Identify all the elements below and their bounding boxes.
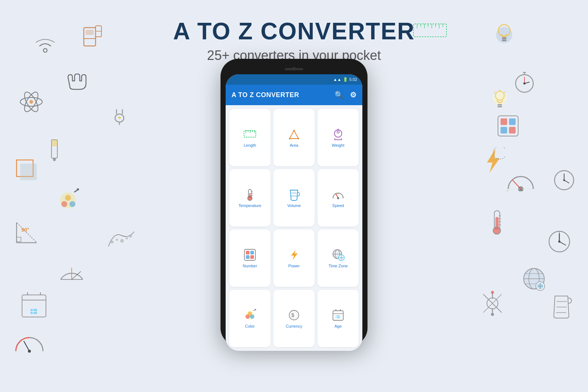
status-bar: ▲▲ 🔋 5:02 [226, 74, 362, 85]
gravel-icon [107, 228, 136, 250]
paint-icon [57, 188, 83, 211]
svg-line-72 [504, 92, 506, 93]
volume-tile[interactable]: Volume [273, 169, 315, 227]
timezone-tile[interactable]: Time Zone [318, 229, 359, 287]
temperature-tile[interactable]: Temperature [229, 169, 270, 227]
atom-icon [18, 88, 45, 116]
converter-grid: Length Area [226, 105, 362, 351]
stopwatch-icon [513, 68, 537, 94]
speedometer-icon: 0 max [13, 331, 46, 353]
header: A TO Z CONVERTER 25+ converters in your … [0, 0, 588, 63]
svg-point-31 [126, 237, 128, 239]
main-title: A TO Z CONVERTER [0, 18, 588, 45]
svg-rect-75 [509, 118, 516, 125]
svg-rect-76 [501, 127, 507, 133]
svg-rect-16 [51, 140, 57, 146]
svg-text:0: 0 [506, 190, 509, 191]
speed-tile[interactable]: Speed [318, 169, 359, 227]
area-label: Area [290, 143, 298, 147]
currency-label: Currency [286, 324, 302, 328]
weight-tile[interactable]: Weight [318, 109, 359, 166]
svg-point-25 [65, 195, 71, 201]
svg-point-65 [523, 82, 526, 85]
svg-rect-181 [337, 315, 340, 318]
svg-rect-77 [509, 127, 516, 133]
svg-rect-155 [250, 251, 254, 254]
battery-icon: 🔋 [343, 77, 348, 82]
svg-point-132 [298, 138, 299, 139]
svg-rect-21 [17, 237, 21, 242]
phone-screen: ▲▲ 🔋 5:02 A TO Z CONVERTER 🔍 ⚙ [226, 74, 362, 351]
bolt-icon [481, 147, 505, 175]
compass-icon [480, 291, 505, 316]
svg-point-134 [337, 131, 339, 133]
svg-text:$: $ [291, 312, 294, 318]
svg-point-171 [255, 309, 256, 310]
timezone-label: Time Zone [329, 264, 348, 268]
power-label: Power [288, 264, 300, 268]
area-tile[interactable]: Area [273, 109, 315, 166]
svg-point-117 [491, 291, 494, 294]
power-tile[interactable]: Power [273, 229, 315, 287]
svg-point-28 [111, 240, 114, 243]
svg-point-23 [61, 201, 67, 207]
square-icon [15, 158, 39, 182]
protractor-icon [57, 261, 86, 281]
svg-point-17 [53, 158, 56, 161]
svg-rect-157 [250, 255, 254, 259]
phone-top-bar [226, 64, 362, 74]
speed-label: Speed [332, 203, 344, 208]
bulb-icon-2 [489, 86, 511, 110]
phone-frame: ▲▲ 🔋 5:02 A TO Z CONVERTER 🔍 ⚙ [220, 59, 368, 346]
svg-rect-68 [498, 104, 502, 106]
clock2-icon [548, 230, 571, 254]
svg-point-169 [248, 311, 252, 316]
weight-label: Weight [332, 143, 344, 147]
svg-rect-153 [244, 249, 255, 260]
svg-point-131 [289, 138, 290, 139]
svg-point-29 [116, 239, 118, 241]
svg-text:0: 0 [15, 352, 17, 353]
svg-point-78 [493, 147, 505, 159]
length-tile[interactable]: Length [229, 109, 270, 166]
svg-point-44 [28, 350, 31, 353]
globe-icon [520, 265, 548, 292]
currency-tile[interactable]: $ Currency [273, 290, 315, 347]
numbers-icon [496, 114, 520, 138]
search-icon[interactable]: 🔍 [334, 90, 344, 99]
angle-icon: 90° [11, 217, 42, 248]
plug-icon [108, 101, 130, 127]
svg-line-150 [333, 197, 333, 198]
clock-small-icon [553, 169, 575, 191]
color-label: Color [245, 324, 255, 328]
time-display: 5:02 [349, 77, 357, 82]
svg-line-151 [343, 197, 343, 198]
age-tile[interactable]: Age [318, 290, 359, 347]
settings-icon[interactable]: ⚙ [350, 90, 357, 99]
status-icons: ▲▲ 🔋 5:02 [333, 77, 357, 82]
age-label: Age [334, 324, 342, 328]
svg-line-99 [559, 242, 566, 245]
signal-icon: ▲▲ [333, 77, 341, 82]
phone-camera [292, 67, 296, 71]
color-tile[interactable]: Color [229, 290, 270, 347]
temperature-label: Temperature [239, 203, 261, 208]
svg-point-24 [69, 201, 75, 207]
number-tile[interactable]: Number [229, 229, 270, 287]
calendar-icon [20, 291, 48, 320]
svg-rect-156 [246, 255, 250, 259]
svg-line-71 [494, 92, 495, 93]
svg-rect-154 [246, 251, 250, 254]
svg-point-88 [563, 179, 565, 181]
svg-point-30 [120, 239, 124, 243]
app-bar: A TO Z CONVERTER 🔍 ⚙ [226, 85, 362, 105]
jug-icon [549, 291, 573, 320]
thermometer-icon [487, 208, 507, 237]
eraser-icon [48, 136, 68, 162]
phone-mockup: ▲▲ 🔋 5:02 A TO Z CONVERTER 🔍 ⚙ [220, 59, 368, 346]
svg-point-100 [558, 240, 560, 243]
svg-text:90°: 90° [21, 227, 29, 233]
svg-line-43 [24, 341, 29, 351]
number-label: Number [243, 264, 257, 268]
svg-point-6 [29, 100, 33, 104]
